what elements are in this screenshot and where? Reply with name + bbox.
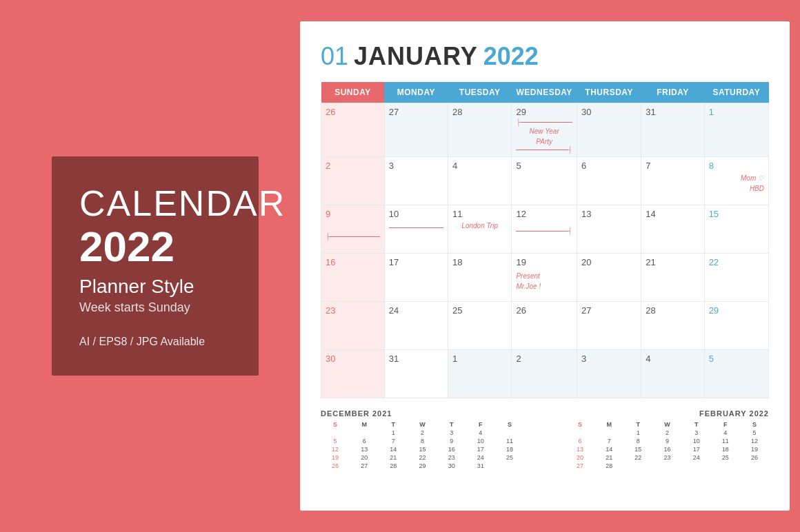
cell-jan5: 5	[512, 157, 577, 205]
day-num: 2	[516, 354, 572, 364]
mini-row: 12 13 14 15 16 17 18	[321, 445, 524, 453]
day-num: 3	[389, 161, 443, 171]
th-tuesday: TUESDAY	[448, 82, 512, 103]
mini-cell: 26	[321, 462, 350, 470]
mini-cell	[566, 429, 594, 437]
mini-cell	[594, 429, 623, 437]
day-num: 31	[646, 107, 699, 117]
month-header: 01 JANUARY 2022	[321, 42, 769, 71]
mini-cell: 20	[350, 453, 379, 462]
calendar-panel: 01 JANUARY 2022 SUNDAY MONDAY TUESDAY WE…	[300, 21, 790, 511]
mini-cell: 19	[740, 445, 769, 453]
cell-feb4: 4	[641, 350, 704, 398]
mini-cell: 13	[566, 445, 594, 453]
cell-jan29: 29	[704, 302, 768, 350]
mini-cell: 23	[437, 453, 466, 462]
day-num: 5	[516, 161, 572, 171]
mini-row: 6 7 8 9 10 11 12	[566, 437, 769, 445]
mini-cell: 17	[682, 445, 711, 453]
cell-jan21: 21	[641, 254, 704, 302]
day-num: 18	[452, 257, 508, 267]
mini-notes-section: DECEMBER 2021 S M T W T F S	[321, 409, 769, 485]
day-num: 6	[581, 161, 637, 171]
mini-cell: 8	[623, 437, 652, 445]
mini-cell: 4	[711, 429, 740, 437]
mini-row: 20 21 22 23 24 25 26	[566, 453, 769, 462]
cell-jan23: 23	[321, 302, 385, 350]
mini-row: 1 2 3 4 5	[566, 429, 769, 437]
mini-cell: 3	[437, 429, 466, 437]
mini-th: F	[711, 420, 740, 429]
mini-cell: 23	[652, 453, 681, 462]
mini-cell: 3	[682, 429, 711, 437]
day-num: 1	[452, 354, 508, 364]
cell-dec27: 27	[384, 103, 448, 157]
day-num: 27	[389, 107, 443, 117]
mini-th: S	[495, 420, 524, 429]
day-num: 24	[389, 305, 443, 316]
cell-feb3: 3	[577, 350, 641, 398]
mini-cell: 1	[623, 429, 652, 437]
table-row: 23 24 25 26 27 28 29	[321, 302, 769, 350]
th-thursday: THURSDAY	[577, 82, 641, 103]
day-num: 11	[452, 209, 508, 219]
mini-cell: 11	[495, 437, 524, 445]
cell-feb5: 5	[704, 350, 768, 398]
day-num: 20	[581, 257, 637, 267]
notes-lines	[531, 409, 559, 485]
calendar-grid: SUNDAY MONDAY TUESDAY WEDNESDAY THURSDAY…	[321, 82, 769, 398]
th-friday: FRIDAY	[641, 82, 704, 103]
mini-cell: 2	[652, 429, 681, 437]
mini-row: 1 2 3 4	[321, 429, 524, 437]
mini-cell: 24	[682, 453, 711, 462]
mini-cell: 5	[321, 437, 350, 445]
day-num: 30	[326, 354, 380, 364]
mini-cell	[495, 462, 524, 470]
day-num: 28	[646, 305, 699, 316]
mini-th: S	[740, 420, 769, 429]
day-num: 19	[516, 257, 572, 267]
day-num: 1	[709, 107, 764, 117]
cell-jan14: 14	[641, 205, 704, 254]
day-num: 10	[389, 209, 443, 219]
mini-cell: 9	[437, 437, 466, 445]
mini-cell: 18	[711, 445, 740, 453]
mini-th: W	[408, 420, 437, 429]
mini-cell: 10	[466, 437, 495, 445]
mini-th: T	[437, 420, 466, 429]
mini-th: S	[566, 420, 594, 429]
mini-cell: 22	[408, 453, 437, 462]
mini-cell: 20	[566, 453, 594, 462]
cell-jan30: 30	[321, 350, 385, 398]
cell-jan15: 15	[704, 205, 768, 254]
mini-cell: 14	[594, 445, 623, 453]
cell-dec30: 30	[577, 103, 641, 157]
mini-th: M	[594, 420, 623, 429]
info-box: CALENDAR 2022 Planner Style Week starts …	[52, 156, 259, 376]
mini-cell: 21	[379, 453, 408, 462]
mini-cell: 19	[321, 453, 350, 462]
day-num: 29	[516, 107, 572, 117]
table-row: 9 ├ 10 11 London Trip	[321, 205, 769, 254]
mini-cell: 26	[740, 453, 769, 462]
mini-row: 19 20 21 22 23 24 25	[321, 453, 524, 462]
cell-jan26: 26	[512, 302, 577, 350]
cell-jan16: 16	[321, 254, 385, 302]
mini-row: 27 28	[566, 462, 769, 470]
week-start-label: Week starts Sunday	[79, 300, 231, 315]
mini-cell: 2	[408, 429, 437, 437]
cell-jan18: 18	[448, 254, 512, 302]
mini-cell: 30	[437, 462, 466, 470]
mini-cell: 29	[408, 462, 437, 470]
cell-feb2: 2	[512, 350, 577, 398]
mini-cell: 6	[566, 437, 594, 445]
mini-cell: 16	[652, 445, 681, 453]
cell-jan17: 17	[384, 254, 448, 302]
mini-cell: 31	[466, 462, 495, 470]
th-sunday: SUNDAY	[321, 82, 385, 103]
day-num: 13	[581, 209, 637, 219]
mini-cal-feb: FEBRUARY 2022 S M T W T F S	[566, 409, 769, 470]
day-num: 30	[581, 107, 637, 117]
cell-jan13: 13	[577, 205, 641, 254]
day-num: 3	[581, 354, 637, 364]
